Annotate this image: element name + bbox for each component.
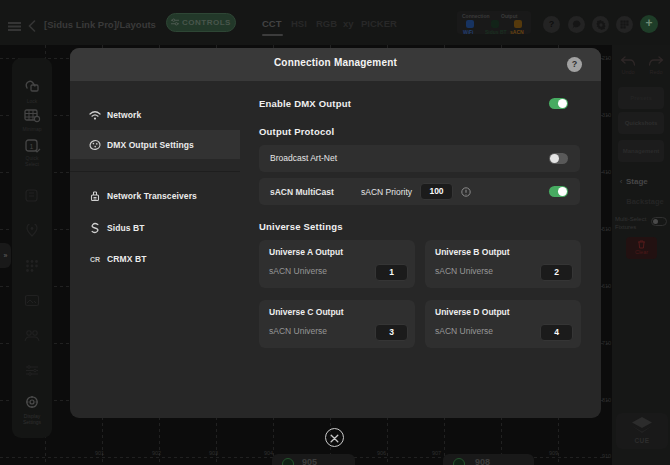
svg-text:CR: CR — [90, 256, 100, 263]
svg-text:1: 1 — [30, 143, 34, 150]
